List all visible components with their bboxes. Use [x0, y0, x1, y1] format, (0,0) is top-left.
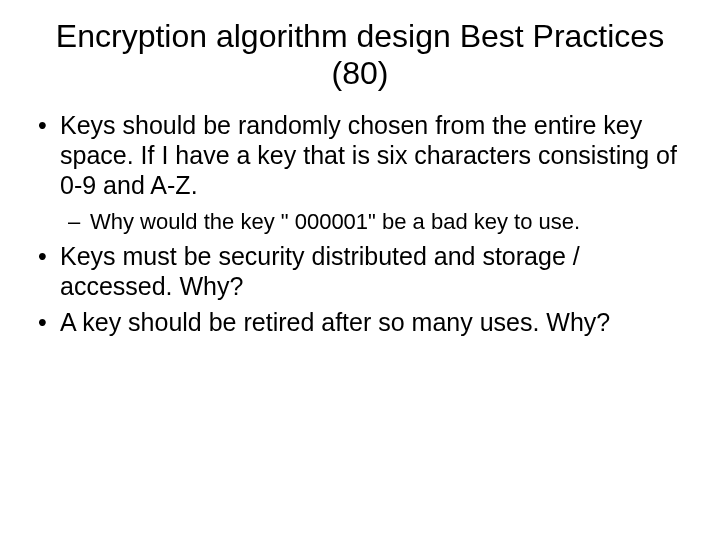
bullet-text: Keys must be security distributed and st… [60, 242, 580, 300]
slide-title: Encryption algorithm design Best Practic… [30, 18, 690, 92]
bullet-list: Keys should be randomly chosen from the … [30, 110, 690, 338]
list-item: Keys must be security distributed and st… [30, 241, 690, 301]
list-item: Keys should be randomly chosen from the … [30, 110, 690, 236]
list-item: A key should be retired after so many us… [30, 307, 690, 337]
list-item: Why would the key " 000001" be a bad key… [60, 208, 690, 236]
sub-bullet-list: Why would the key " 000001" be a bad key… [60, 208, 690, 236]
bullet-text: Keys should be randomly chosen from the … [60, 111, 677, 199]
sub-bullet-text: Why would the key " 000001" be a bad key… [90, 209, 580, 234]
bullet-text: A key should be retired after so many us… [60, 308, 610, 336]
